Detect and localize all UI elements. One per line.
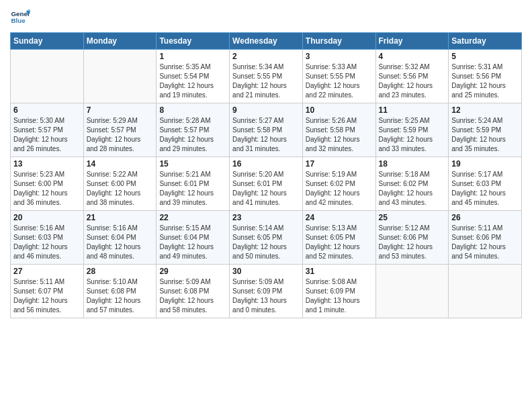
day-number: 24 xyxy=(306,213,373,222)
day-number: 21 xyxy=(87,213,154,222)
calendar-cell xyxy=(11,50,84,103)
calendar-cell: 28Sunrise: 5:10 AMSunset: 6:08 PMDayligh… xyxy=(83,265,157,318)
weekday-header-thursday: Thursday xyxy=(302,33,375,50)
day-number: 16 xyxy=(232,159,300,169)
header: General Blue xyxy=(10,7,522,27)
day-info: Sunrise: 5:29 AMSunset: 5:57 PMDaylight:… xyxy=(87,116,154,154)
calendar-cell: 20Sunrise: 5:16 AMSunset: 6:03 PMDayligh… xyxy=(11,211,84,265)
day-info: Sunrise: 5:16 AMSunset: 6:03 PMDaylight:… xyxy=(13,224,81,261)
weekday-header-monday: Monday xyxy=(83,33,157,50)
day-number: 13 xyxy=(13,159,81,169)
calendar-cell: 26Sunrise: 5:11 AMSunset: 6:06 PMDayligh… xyxy=(449,211,522,265)
calendar-cell: 29Sunrise: 5:09 AMSunset: 6:08 PMDayligh… xyxy=(157,265,230,318)
day-number: 1 xyxy=(159,52,226,61)
calendar-week-row: 6Sunrise: 5:30 AMSunset: 5:57 PMDaylight… xyxy=(11,103,522,157)
day-info: Sunrise: 5:33 AMSunset: 5:55 PMDaylight:… xyxy=(306,62,373,100)
day-info: Sunrise: 5:17 AMSunset: 6:03 PMDaylight:… xyxy=(451,170,519,208)
calendar-cell: 3Sunrise: 5:33 AMSunset: 5:55 PMDaylight… xyxy=(302,50,375,103)
weekday-header-wednesday: Wednesday xyxy=(230,33,303,50)
weekday-header-tuesday: Tuesday xyxy=(157,33,230,50)
weekday-header-sunday: Sunday xyxy=(11,33,84,50)
calendar-cell: 19Sunrise: 5:17 AMSunset: 6:03 PMDayligh… xyxy=(449,157,522,211)
day-info: Sunrise: 5:14 AMSunset: 6:05 PMDaylight:… xyxy=(232,224,300,261)
day-info: Sunrise: 5:32 AMSunset: 5:56 PMDaylight:… xyxy=(379,62,446,100)
calendar-cell: 1Sunrise: 5:35 AMSunset: 5:54 PMDaylight… xyxy=(157,50,230,103)
calendar-cell: 24Sunrise: 5:13 AMSunset: 6:05 PMDayligh… xyxy=(302,211,375,265)
calendar-cell: 25Sunrise: 5:12 AMSunset: 6:06 PMDayligh… xyxy=(375,211,449,265)
day-info: Sunrise: 5:35 AMSunset: 5:54 PMDaylight:… xyxy=(159,62,226,100)
day-info: Sunrise: 5:24 AMSunset: 5:59 PMDaylight:… xyxy=(451,116,519,154)
day-info: Sunrise: 5:23 AMSunset: 6:00 PMDaylight:… xyxy=(13,170,81,208)
calendar-cell: 22Sunrise: 5:15 AMSunset: 6:04 PMDayligh… xyxy=(157,211,230,265)
calendar-cell: 16Sunrise: 5:20 AMSunset: 6:01 PMDayligh… xyxy=(230,157,303,211)
day-number: 27 xyxy=(13,267,81,276)
calendar-cell: 14Sunrise: 5:22 AMSunset: 6:00 PMDayligh… xyxy=(83,157,157,211)
day-number: 23 xyxy=(232,213,300,222)
day-number: 29 xyxy=(159,267,226,276)
day-number: 20 xyxy=(13,213,81,222)
day-info: Sunrise: 5:09 AMSunset: 6:08 PMDaylight:… xyxy=(159,277,226,315)
calendar-cell: 4Sunrise: 5:32 AMSunset: 5:56 PMDaylight… xyxy=(375,50,449,103)
day-number: 2 xyxy=(232,52,300,61)
logo: General Blue xyxy=(10,7,30,27)
day-info: Sunrise: 5:28 AMSunset: 5:57 PMDaylight:… xyxy=(159,116,226,154)
day-number: 14 xyxy=(87,159,154,169)
calendar-week-row: 13Sunrise: 5:23 AMSunset: 6:00 PMDayligh… xyxy=(11,157,522,211)
calendar-cell: 17Sunrise: 5:19 AMSunset: 6:02 PMDayligh… xyxy=(302,157,375,211)
day-number: 17 xyxy=(306,159,373,169)
day-info: Sunrise: 5:19 AMSunset: 6:02 PMDaylight:… xyxy=(306,170,373,208)
calendar-cell: 23Sunrise: 5:14 AMSunset: 6:05 PMDayligh… xyxy=(230,211,303,265)
day-number: 8 xyxy=(159,105,226,115)
calendar-cell: 13Sunrise: 5:23 AMSunset: 6:00 PMDayligh… xyxy=(11,157,84,211)
day-number: 9 xyxy=(232,105,300,115)
day-number: 22 xyxy=(159,213,226,222)
day-info: Sunrise: 5:13 AMSunset: 6:05 PMDaylight:… xyxy=(306,224,373,261)
day-info: Sunrise: 5:11 AMSunset: 6:07 PMDaylight:… xyxy=(13,277,81,315)
day-number: 4 xyxy=(379,52,446,61)
weekday-header-friday: Friday xyxy=(375,33,449,50)
day-number: 3 xyxy=(306,52,373,61)
calendar-cell: 15Sunrise: 5:21 AMSunset: 6:01 PMDayligh… xyxy=(157,157,230,211)
day-info: Sunrise: 5:16 AMSunset: 6:04 PMDaylight:… xyxy=(87,224,154,261)
calendar-cell: 18Sunrise: 5:18 AMSunset: 6:02 PMDayligh… xyxy=(375,157,449,211)
day-number: 30 xyxy=(232,267,300,276)
calendar-cell: 7Sunrise: 5:29 AMSunset: 5:57 PMDaylight… xyxy=(83,103,157,157)
day-number: 12 xyxy=(451,105,519,115)
calendar-week-row: 20Sunrise: 5:16 AMSunset: 6:03 PMDayligh… xyxy=(11,211,522,265)
day-info: Sunrise: 5:09 AMSunset: 6:09 PMDaylight:… xyxy=(232,277,300,315)
calendar-cell: 12Sunrise: 5:24 AMSunset: 5:59 PMDayligh… xyxy=(449,103,522,157)
day-number: 5 xyxy=(451,52,519,61)
day-info: Sunrise: 5:34 AMSunset: 5:55 PMDaylight:… xyxy=(232,62,300,100)
weekday-header-row: SundayMondayTuesdayWednesdayThursdayFrid… xyxy=(11,33,522,50)
calendar-cell: 6Sunrise: 5:30 AMSunset: 5:57 PMDaylight… xyxy=(11,103,84,157)
day-info: Sunrise: 5:12 AMSunset: 6:06 PMDaylight:… xyxy=(379,224,446,261)
day-info: Sunrise: 5:25 AMSunset: 5:59 PMDaylight:… xyxy=(379,116,446,154)
calendar-cell: 10Sunrise: 5:26 AMSunset: 5:58 PMDayligh… xyxy=(302,103,375,157)
day-number: 19 xyxy=(451,159,519,169)
calendar-week-row: 1Sunrise: 5:35 AMSunset: 5:54 PMDaylight… xyxy=(11,50,522,103)
calendar-cell xyxy=(83,50,157,103)
day-info: Sunrise: 5:22 AMSunset: 6:00 PMDaylight:… xyxy=(87,170,154,208)
calendar-table: SundayMondayTuesdayWednesdayThursdayFrid… xyxy=(10,32,522,318)
calendar-cell: 27Sunrise: 5:11 AMSunset: 6:07 PMDayligh… xyxy=(11,265,84,318)
calendar-cell xyxy=(375,265,449,318)
logo-icon: General Blue xyxy=(10,7,30,27)
calendar-cell: 31Sunrise: 5:08 AMSunset: 6:09 PMDayligh… xyxy=(302,265,375,318)
calendar-cell: 9Sunrise: 5:27 AMSunset: 5:58 PMDaylight… xyxy=(230,103,303,157)
calendar-week-row: 27Sunrise: 5:11 AMSunset: 6:07 PMDayligh… xyxy=(11,265,522,318)
day-info: Sunrise: 5:21 AMSunset: 6:01 PMDaylight:… xyxy=(159,170,226,208)
day-info: Sunrise: 5:31 AMSunset: 5:56 PMDaylight:… xyxy=(451,62,519,100)
svg-text:Blue: Blue xyxy=(11,17,26,24)
day-info: Sunrise: 5:30 AMSunset: 5:57 PMDaylight:… xyxy=(13,116,81,154)
day-info: Sunrise: 5:15 AMSunset: 6:04 PMDaylight:… xyxy=(159,224,226,261)
day-number: 26 xyxy=(451,213,519,222)
calendar-cell: 8Sunrise: 5:28 AMSunset: 5:57 PMDaylight… xyxy=(157,103,230,157)
day-number: 31 xyxy=(306,267,373,276)
day-info: Sunrise: 5:11 AMSunset: 6:06 PMDaylight:… xyxy=(451,224,519,261)
calendar-cell: 30Sunrise: 5:09 AMSunset: 6:09 PMDayligh… xyxy=(230,265,303,318)
day-info: Sunrise: 5:27 AMSunset: 5:58 PMDaylight:… xyxy=(232,116,300,154)
day-number: 28 xyxy=(87,267,154,276)
day-number: 25 xyxy=(379,213,446,222)
day-info: Sunrise: 5:20 AMSunset: 6:01 PMDaylight:… xyxy=(232,170,300,208)
day-number: 7 xyxy=(87,105,154,115)
